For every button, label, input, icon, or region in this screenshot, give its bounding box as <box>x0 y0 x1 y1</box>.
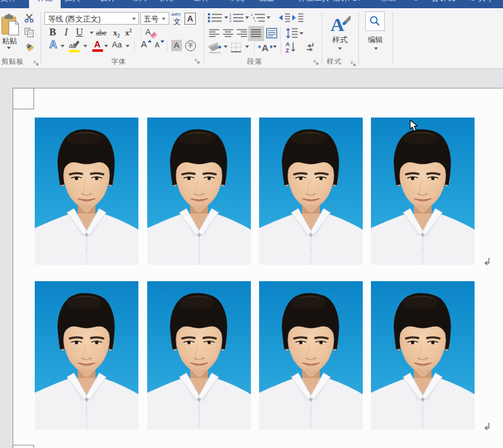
svg-text:A: A <box>286 41 290 47</box>
svg-text:A: A <box>262 42 269 53</box>
svg-text:A: A <box>145 27 151 37</box>
svg-text:i: i <box>255 19 255 23</box>
svg-text:Z: Z <box>286 47 289 54</box>
svg-text:A: A <box>330 14 344 33</box>
svg-text:3: 3 <box>229 19 231 23</box>
